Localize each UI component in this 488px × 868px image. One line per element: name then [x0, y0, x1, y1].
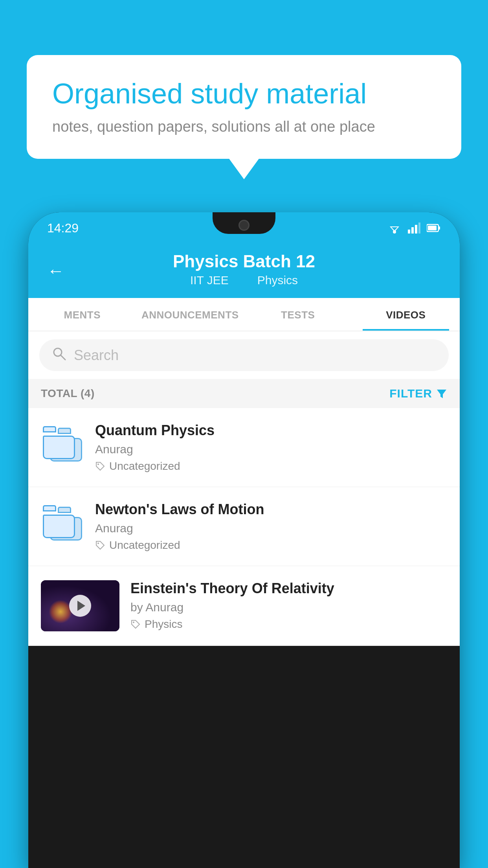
subtitle-iitjee: IIT JEE — [190, 274, 229, 287]
video-thumbnail-image — [41, 580, 119, 631]
list-item[interactable]: Newton's Laws of Motion Anurag Uncategor… — [28, 487, 460, 566]
battery-icon — [427, 224, 441, 232]
search-placeholder: Search — [74, 347, 119, 364]
tag-icon — [95, 540, 105, 550]
search-container: Search — [28, 331, 460, 379]
item-tag: Physics — [130, 618, 447, 631]
tabs-bar: MENTS ANNOUNCEMENTS TESTS VIDEOS — [28, 298, 460, 331]
svg-rect-6 — [418, 223, 420, 234]
folder-back-layer1 — [43, 436, 75, 459]
total-count-label: TOTAL (4) — [41, 387, 95, 400]
svg-point-14 — [97, 542, 99, 544]
svg-rect-9 — [428, 226, 437, 230]
phone-notch — [213, 212, 275, 234]
status-bar: 14:29 — [28, 212, 460, 244]
front-camera — [238, 220, 250, 231]
item-thumbnail — [41, 580, 119, 631]
svg-rect-5 — [415, 225, 417, 234]
svg-point-2 — [393, 230, 396, 234]
search-bar[interactable]: Search — [39, 339, 449, 371]
item-title: Newton's Laws of Motion — [95, 501, 447, 518]
search-icon — [52, 346, 66, 364]
item-info: Quantum Physics Anurag Uncategorized — [95, 422, 447, 473]
svg-point-15 — [133, 622, 134, 623]
svg-rect-3 — [408, 230, 410, 234]
thumbnail-glow — [49, 600, 72, 623]
svg-rect-8 — [438, 226, 440, 230]
folder-tab-layer2 — [58, 428, 71, 434]
item-author: Anurag — [95, 443, 447, 456]
tab-tests[interactable]: TESTS — [244, 298, 352, 331]
item-tag: Uncategorized — [95, 539, 447, 552]
tab-announcements[interactable]: ANNOUNCEMENTS — [136, 298, 244, 331]
item-tag: Uncategorized — [95, 460, 447, 473]
item-author: by Anurag — [130, 601, 447, 614]
svg-line-11 — [61, 355, 65, 360]
svg-marker-12 — [437, 390, 446, 398]
status-icons — [387, 223, 441, 234]
item-thumbnail — [41, 422, 84, 465]
svg-rect-4 — [411, 227, 414, 234]
phone-frame: 14:29 — [28, 212, 460, 868]
item-title: Einstein's Theory Of Relativity — [130, 580, 447, 597]
status-time: 14:29 — [47, 221, 79, 235]
video-list: Quantum Physics Anurag Uncategorized — [28, 408, 460, 646]
header-title: Physics Batch 12 — [47, 252, 441, 271]
list-item[interactable]: Quantum Physics Anurag Uncategorized — [28, 408, 460, 487]
item-info: Newton's Laws of Motion Anurag Uncategor… — [95, 501, 447, 552]
header-subtitle: IIT JEE Physics — [47, 274, 441, 287]
folder-icon — [43, 505, 82, 541]
tag-icon — [130, 619, 141, 629]
filter-bar: TOTAL (4) FILTER — [28, 379, 460, 408]
filter-button[interactable]: FILTER — [389, 387, 447, 400]
back-button[interactable]: ← — [47, 261, 64, 281]
bubble-title: Organised study material — [52, 77, 436, 110]
folder-tab-layer1 — [43, 505, 56, 511]
folder-back-layer1 — [43, 515, 75, 538]
play-triangle-icon — [77, 601, 85, 611]
speech-bubble: Organised study material notes, question… — [27, 55, 461, 159]
folder-tab-layer1 — [43, 426, 56, 432]
filter-funnel-icon — [436, 388, 447, 399]
bubble-subtitle: notes, question papers, solutions all at… — [52, 118, 436, 135]
svg-point-13 — [97, 463, 99, 465]
item-title: Quantum Physics — [95, 422, 447, 439]
tab-videos[interactable]: VIDEOS — [352, 298, 460, 331]
subtitle-physics: Physics — [257, 274, 298, 287]
signal-icon — [408, 223, 420, 234]
item-info: Einstein's Theory Of Relativity by Anura… — [130, 580, 447, 631]
play-button[interactable] — [69, 595, 91, 617]
list-item[interactable]: Einstein's Theory Of Relativity by Anura… — [28, 566, 460, 646]
item-author: Anurag — [95, 522, 447, 535]
wifi-icon — [387, 223, 402, 234]
folder-icon — [43, 426, 82, 462]
folder-tab-layer2 — [58, 507, 71, 513]
tab-ments[interactable]: MENTS — [28, 298, 136, 331]
speech-bubble-container: Organised study material notes, question… — [27, 55, 461, 159]
item-thumbnail — [41, 501, 84, 544]
tag-icon — [95, 461, 105, 471]
subtitle-separator — [241, 274, 248, 287]
app-header: ← Physics Batch 12 IIT JEE Physics — [28, 244, 460, 298]
